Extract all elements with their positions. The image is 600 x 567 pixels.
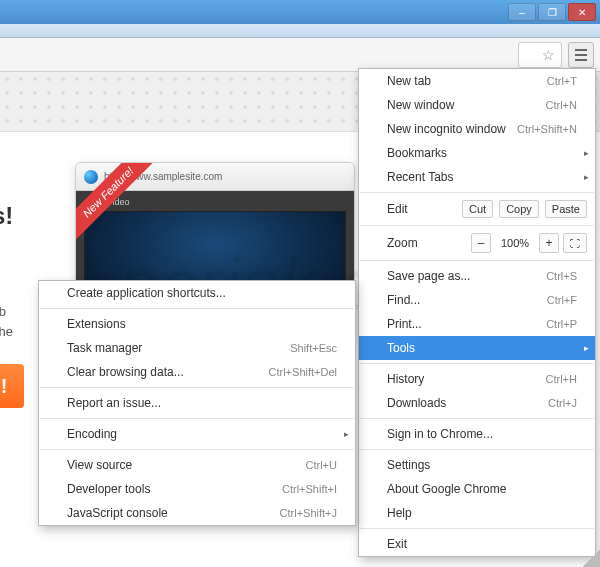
zoom-label: Zoom [387, 236, 467, 250]
main-menu-separator [360, 528, 594, 529]
tools-menu-item-view-source[interactable]: View sourceCtrl+U [39, 453, 355, 477]
menu-item-label: Settings [387, 458, 430, 472]
zoom-in-button[interactable]: + [539, 233, 559, 253]
tab-strip[interactable] [0, 24, 600, 38]
menu-item-shortcut: Shift+Esc [290, 342, 337, 354]
menu-item-label: New incognito window [387, 122, 506, 136]
main-menu-item-new-incognito-window[interactable]: New incognito windowCtrl+Shift+N [359, 117, 595, 141]
menu-item-label: History [387, 372, 424, 386]
main-menu-separator [360, 192, 594, 193]
menu-item-shortcut: Ctrl+J [548, 397, 577, 409]
minimize-button[interactable]: – [508, 3, 536, 21]
fullscreen-button[interactable]: ⛶ [563, 233, 587, 253]
resize-grip[interactable] [582, 549, 600, 567]
edit-label: Edit [387, 202, 456, 216]
main-menu-item-new-window[interactable]: New windowCtrl+N [359, 93, 595, 117]
main-menu-item-exit[interactable]: Exit [359, 532, 595, 556]
menu-item-label: About Google Chrome [387, 482, 506, 496]
menu-item-label: Tools [387, 341, 415, 355]
restore-button[interactable]: ❐ [538, 3, 566, 21]
main-menu-item-history[interactable]: HistoryCtrl+H [359, 367, 595, 391]
main-menu-item-settings[interactable]: Settings [359, 453, 595, 477]
submenu-arrow-icon: ▸ [584, 343, 589, 353]
menu-item-shortcut: Ctrl+Shift+N [517, 123, 577, 135]
tools-menu-separator [40, 418, 354, 419]
menu-item-label: Save page as... [387, 269, 470, 283]
menu-item-label: Bookmarks [387, 146, 447, 160]
menu-item-shortcut: Ctrl+Shift+J [280, 507, 337, 519]
menu-item-label: Encoding [67, 427, 117, 441]
submenu-arrow-icon: ▸ [584, 148, 589, 158]
menu-item-shortcut: Ctrl+F [547, 294, 577, 306]
menu-item-shortcut: Ctrl+N [546, 99, 577, 111]
menu-item-label: Extensions [67, 317, 126, 331]
main-menu-item-tools[interactable]: Tools▸ [359, 336, 595, 360]
main-menu-separator [360, 449, 594, 450]
submenu-arrow-icon: ▸ [584, 172, 589, 182]
menu-item-label: Clear browsing data... [67, 365, 184, 379]
zoom-value: 100% [495, 237, 535, 249]
tools-menu-separator [40, 449, 354, 450]
main-menu-separator [360, 418, 594, 419]
menu-item-label: View source [67, 458, 132, 472]
menu-item-label: Help [387, 506, 412, 520]
tools-submenu: Create application shortcuts...Extension… [38, 280, 356, 526]
menu-item-label: Find... [387, 293, 420, 307]
main-menu-item-bookmarks[interactable]: Bookmarks▸ [359, 141, 595, 165]
menu-item-shortcut: Ctrl+Shift+I [282, 483, 337, 495]
main-menu-item-recent-tabs[interactable]: Recent Tabs▸ [359, 165, 595, 189]
main-menu-item-save-page-as[interactable]: Save page as...Ctrl+S [359, 264, 595, 288]
copy-button[interactable]: Copy [499, 200, 539, 218]
tools-menu-item-clear-browsing-data[interactable]: Clear browsing data...Ctrl+Shift+Del [39, 360, 355, 384]
menu-item-label: Exit [387, 537, 407, 551]
main-menu-item-find[interactable]: Find...Ctrl+F [359, 288, 595, 312]
menu-item-shortcut: Ctrl+U [306, 459, 337, 471]
menu-item-label: Report an issue... [67, 396, 161, 410]
main-menu-item-print[interactable]: Print...Ctrl+P [359, 312, 595, 336]
menu-item-label: Task manager [67, 341, 142, 355]
tools-menu-item-create-application-shortcuts[interactable]: Create application shortcuts... [39, 281, 355, 305]
tools-menu-item-developer-tools[interactable]: Developer toolsCtrl+Shift+I [39, 477, 355, 501]
omnibox[interactable]: ☆ [518, 42, 562, 68]
menu-item-label: New window [387, 98, 454, 112]
main-menu-separator [360, 225, 594, 226]
tools-menu-item-encoding[interactable]: Encoding▸ [39, 422, 355, 446]
window-titlebar: – ❐ ✕ [0, 0, 600, 24]
menu-item-shortcut: Ctrl+H [546, 373, 577, 385]
preview-video-label: crazy video [84, 197, 346, 207]
tools-menu-item-extensions[interactable]: Extensions [39, 312, 355, 336]
cta-button[interactable]: ! [0, 364, 24, 408]
main-menu-item-sign-in-to-chrome[interactable]: Sign in to Chrome... [359, 422, 595, 446]
main-menu-item-help[interactable]: Help [359, 501, 595, 525]
main-menu-item-downloads[interactable]: DownloadsCtrl+J [359, 391, 595, 415]
submenu-arrow-icon: ▸ [344, 429, 349, 439]
zoom-out-button[interactable]: – [471, 233, 491, 253]
menu-button[interactable] [568, 42, 594, 68]
menu-item-label: Sign in to Chrome... [387, 427, 493, 441]
menu-item-shortcut: Ctrl+P [546, 318, 577, 330]
cut-button[interactable]: Cut [462, 200, 493, 218]
tools-menu-separator [40, 308, 354, 309]
page-body-text: Tub n the [0, 302, 13, 341]
close-button[interactable]: ✕ [568, 3, 596, 21]
menu-zoom-row: Zoom–100%+⛶ [359, 229, 595, 257]
menu-edit-row: EditCutCopyPaste [359, 196, 595, 222]
tools-menu-separator [40, 387, 354, 388]
tools-menu-item-javascript-console[interactable]: JavaScript consoleCtrl+Shift+J [39, 501, 355, 525]
toolbar: ☆ [0, 38, 600, 72]
menu-item-label: Print... [387, 317, 422, 331]
main-menu-separator [360, 260, 594, 261]
tools-menu-item-report-an-issue[interactable]: Report an issue... [39, 391, 355, 415]
paste-button[interactable]: Paste [545, 200, 587, 218]
chrome-main-menu: New tabCtrl+TNew windowCtrl+NNew incogni… [358, 68, 596, 557]
menu-item-label: Create application shortcuts... [67, 286, 226, 300]
menu-item-label: Developer tools [67, 482, 150, 496]
tools-menu-item-task-manager[interactable]: Task managerShift+Esc [39, 336, 355, 360]
page-headline: s! [0, 202, 13, 230]
bookmark-star-icon[interactable]: ☆ [542, 47, 555, 63]
menu-item-label: Downloads [387, 396, 446, 410]
main-menu-item-new-tab[interactable]: New tabCtrl+T [359, 69, 595, 93]
menu-item-label: Recent Tabs [387, 170, 454, 184]
main-menu-item-about-google-chrome[interactable]: About Google Chrome [359, 477, 595, 501]
menu-item-shortcut: Ctrl+Shift+Del [269, 366, 337, 378]
